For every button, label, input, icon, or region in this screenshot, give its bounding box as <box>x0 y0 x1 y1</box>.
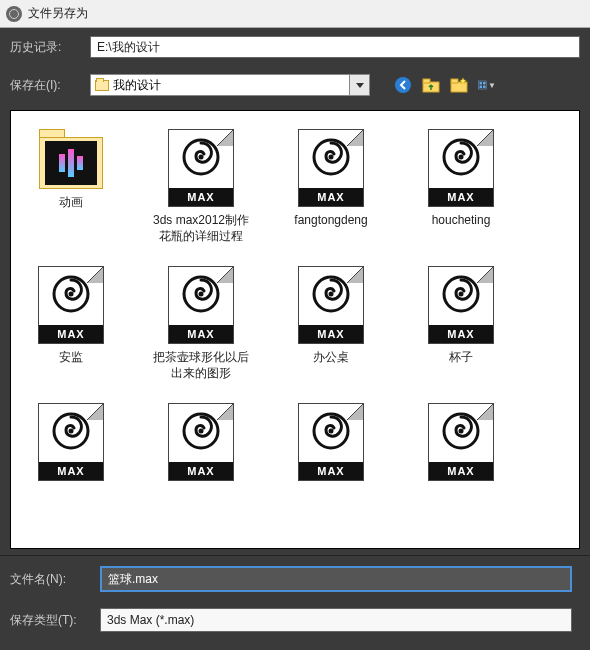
chevron-down-icon <box>356 83 364 88</box>
up-folder-icon <box>422 76 440 94</box>
svg-point-11 <box>199 155 204 160</box>
svg-rect-6 <box>480 82 483 85</box>
max-file-thumbnail: MAX <box>38 266 104 344</box>
svg-point-17 <box>69 292 74 297</box>
titlebar: 文件另存为 <box>0 0 590 28</box>
max-file-thumbnail: MAX <box>168 129 234 207</box>
file-list-pane[interactable]: 动画MAX3ds max2012制作花瓶的详细过程MAXfangtongdeng… <box>10 110 580 549</box>
max-file-thumbnail: MAX <box>298 403 364 481</box>
max-file-thumbnail: MAX <box>428 266 494 344</box>
max-logo-icon <box>45 412 97 450</box>
file-label: houcheting <box>432 213 491 229</box>
max-file-thumbnail: MAX <box>298 129 364 207</box>
svg-point-15 <box>459 155 464 160</box>
window-title: 文件另存为 <box>28 5 88 22</box>
svg-point-23 <box>459 292 464 297</box>
separator <box>0 555 590 556</box>
max-logo-icon <box>45 275 97 313</box>
bottom-panel: 文件名(N): 保存类型(T): <box>0 549 590 650</box>
svg-point-19 <box>199 292 204 297</box>
history-label: 历史记录: <box>10 39 80 56</box>
filename-input[interactable] <box>100 566 572 592</box>
file-label: 动画 <box>59 195 83 211</box>
max-logo-icon <box>175 275 227 313</box>
back-button[interactable] <box>394 76 412 94</box>
max-badge: MAX <box>169 325 233 343</box>
view-icon <box>478 76 487 94</box>
svg-point-13 <box>329 155 334 160</box>
save-in-combo-body[interactable]: 我的设计 <box>90 74 350 96</box>
max-badge: MAX <box>299 462 363 480</box>
max-badge: MAX <box>39 325 103 343</box>
file-label: 杯子 <box>449 350 473 366</box>
max-logo-icon <box>305 412 357 450</box>
svg-point-0 <box>395 77 411 93</box>
svg-point-21 <box>329 292 334 297</box>
view-menu-button[interactable]: ▼ <box>478 76 496 94</box>
save-as-dialog: 文件另存为 历史记录: 保存在(I): 我的设计 <box>0 0 590 650</box>
max-badge: MAX <box>429 462 493 480</box>
file-label: 3ds max2012制作花瓶的详细过程 <box>151 213 251 244</box>
max-file-thumbnail: MAX <box>168 266 234 344</box>
file-item[interactable]: MAX <box>151 403 251 487</box>
save-in-dropdown-button[interactable] <box>350 74 370 96</box>
file-label: fangtongdeng <box>294 213 367 229</box>
max-file-thumbnail: MAX <box>428 403 494 481</box>
file-item[interactable]: MAX把茶壶球形化以后出来的图形 <box>151 266 251 381</box>
save-in-row: 保存在(I): 我的设计 ▼ <box>0 66 590 104</box>
app-icon <box>6 6 22 22</box>
file-item[interactable]: MAX <box>411 403 511 487</box>
back-icon <box>394 76 412 94</box>
new-folder-icon <box>450 76 468 94</box>
max-badge: MAX <box>169 462 233 480</box>
max-logo-icon <box>175 138 227 176</box>
svg-rect-4 <box>451 79 458 83</box>
max-file-thumbnail: MAX <box>168 403 234 481</box>
folder-icon <box>95 80 109 91</box>
save-in-combo[interactable]: 我的设计 <box>90 74 370 96</box>
file-item[interactable]: MAX3ds max2012制作花瓶的详细过程 <box>151 129 251 244</box>
max-badge: MAX <box>299 325 363 343</box>
svg-point-29 <box>329 429 334 434</box>
file-item[interactable]: MAX <box>21 403 121 487</box>
folder-thumbnail <box>39 137 103 189</box>
max-badge: MAX <box>429 325 493 343</box>
filename-label: 文件名(N): <box>10 571 90 588</box>
save-in-label: 保存在(I): <box>10 77 80 94</box>
svg-point-27 <box>199 429 204 434</box>
file-item[interactable]: MAX <box>281 403 381 487</box>
svg-point-31 <box>459 429 464 434</box>
new-folder-button[interactable] <box>450 76 468 94</box>
file-label: 把茶壶球形化以后出来的图形 <box>151 350 251 381</box>
filetype-row: 保存类型(T): <box>0 600 590 640</box>
file-item[interactable]: MAXfangtongdeng <box>281 129 381 244</box>
up-one-level-button[interactable] <box>422 76 440 94</box>
svg-point-25 <box>69 429 74 434</box>
svg-rect-8 <box>480 86 483 89</box>
max-logo-icon <box>305 275 357 313</box>
file-label: 安监 <box>59 350 83 366</box>
history-row: 历史记录: <box>0 28 590 66</box>
max-file-thumbnail: MAX <box>38 403 104 481</box>
history-input[interactable] <box>90 36 580 58</box>
max-logo-icon <box>305 138 357 176</box>
filename-row: 文件名(N): <box>0 558 590 600</box>
file-item[interactable]: MAXhoucheting <box>411 129 511 244</box>
max-file-thumbnail: MAX <box>298 266 364 344</box>
file-item[interactable]: MAX杯子 <box>411 266 511 381</box>
max-badge: MAX <box>169 188 233 206</box>
file-item[interactable]: MAX安监 <box>21 266 121 381</box>
max-badge: MAX <box>299 188 363 206</box>
max-logo-icon <box>435 412 487 450</box>
max-logo-icon <box>435 138 487 176</box>
filetype-combo[interactable] <box>100 608 572 632</box>
folder-item[interactable]: 动画 <box>21 129 121 244</box>
file-label: 办公桌 <box>313 350 349 366</box>
nav-toolbar: ▼ <box>394 76 496 94</box>
max-logo-icon <box>175 412 227 450</box>
filetype-label: 保存类型(T): <box>10 612 90 629</box>
svg-rect-7 <box>483 82 486 85</box>
file-item[interactable]: MAX办公桌 <box>281 266 381 381</box>
save-in-value: 我的设计 <box>113 77 161 94</box>
svg-rect-9 <box>483 86 486 89</box>
